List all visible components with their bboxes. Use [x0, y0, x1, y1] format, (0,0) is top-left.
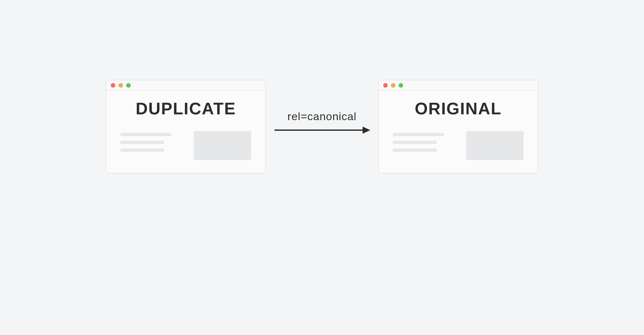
zoom-icon [126, 83, 131, 88]
window-titlebar [379, 80, 538, 91]
duplicate-window: DUPLICATE [106, 80, 266, 173]
content-placeholder [120, 131, 251, 160]
minimize-icon [118, 83, 123, 88]
connector-label: rel=canonical [288, 110, 356, 123]
diagram-stage: DUPLICATE rel=canonical ORIGINA [0, 80, 644, 173]
text-lines-placeholder [393, 131, 444, 152]
original-window: ORIGINAL [378, 80, 538, 173]
window-body: ORIGINAL [379, 91, 538, 173]
placeholder-line [393, 141, 437, 144]
image-placeholder [194, 131, 251, 160]
window-title: DUPLICATE [120, 99, 251, 118]
window-titlebar [106, 80, 265, 91]
arrow-right-icon [274, 125, 370, 135]
canonical-connector: rel=canonical [266, 110, 378, 135]
text-lines-placeholder [120, 131, 171, 152]
content-placeholder [393, 131, 524, 160]
close-icon [111, 83, 115, 88]
zoom-icon [399, 83, 403, 88]
close-icon [383, 83, 388, 88]
placeholder-line [393, 148, 437, 152]
placeholder-line [120, 133, 171, 136]
image-placeholder [466, 131, 524, 160]
placeholder-line [393, 133, 444, 136]
placeholder-line [120, 148, 164, 152]
minimize-icon [391, 83, 395, 88]
window-title: ORIGINAL [393, 99, 524, 118]
svg-marker-1 [363, 127, 370, 134]
placeholder-line [120, 141, 164, 144]
window-body: DUPLICATE [106, 91, 265, 173]
